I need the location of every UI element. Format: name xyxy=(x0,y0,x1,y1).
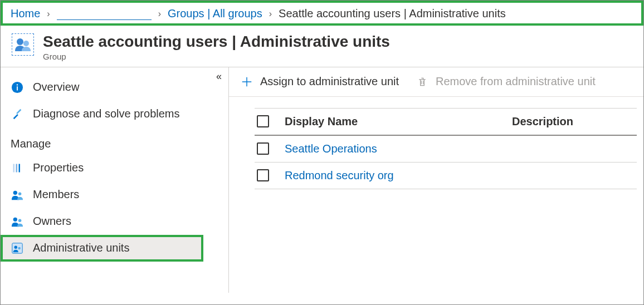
info-icon xyxy=(11,81,24,94)
svg-point-14 xyxy=(18,247,21,250)
svg-rect-6 xyxy=(16,164,18,172)
svg-rect-7 xyxy=(19,164,21,172)
chevron-right-icon: › xyxy=(158,9,161,19)
row-link[interactable]: Redmond security org xyxy=(285,169,394,181)
column-display-name[interactable]: Display Name xyxy=(285,115,512,128)
breadcrumb-groups[interactable]: Groups | All groups xyxy=(168,7,262,20)
svg-point-9 xyxy=(18,192,22,195)
sidebar: « Overview Diagnose and solve problems M… xyxy=(1,67,229,293)
nav-section-manage: Manage xyxy=(1,127,228,155)
breadcrumb-redacted[interactable] xyxy=(57,8,152,20)
svg-point-1 xyxy=(23,41,29,46)
nav-label: Diagnose and solve problems xyxy=(33,107,180,120)
collapse-sidebar-icon[interactable]: « xyxy=(216,71,222,82)
column-description[interactable]: Description xyxy=(512,115,635,128)
content-pane: Assign to administrative unit Remove fro… xyxy=(229,67,643,293)
properties-icon xyxy=(11,161,24,175)
page-subtitle: Group xyxy=(43,52,390,61)
nav-members[interactable]: Members xyxy=(1,181,228,208)
nav-label: Administrative units xyxy=(33,242,129,254)
svg-rect-5 xyxy=(13,164,15,172)
svg-point-4 xyxy=(17,84,18,85)
table-header: Display Name Description xyxy=(255,108,637,136)
owners-icon xyxy=(11,215,24,228)
toolbar-label: Remove from administrative unit xyxy=(436,75,596,88)
svg-point-0 xyxy=(17,38,23,45)
assign-admin-unit-button[interactable]: Assign to administrative unit xyxy=(240,75,399,88)
nav-label: Members xyxy=(33,188,79,201)
nav-overview[interactable]: Overview xyxy=(1,74,228,101)
svg-point-13 xyxy=(14,245,18,249)
breadcrumb: Home › › Groups | All groups › Seattle a… xyxy=(1,1,643,26)
admin-units-icon xyxy=(11,242,24,255)
toolbar-label: Assign to administrative unit xyxy=(260,75,399,88)
breadcrumb-current: Seattle accounting users | Administrativ… xyxy=(279,7,506,20)
select-all-checkbox[interactable] xyxy=(257,115,269,127)
page-header: Seattle accounting users | Administrativ… xyxy=(1,26,643,67)
nav-owners[interactable]: Owners xyxy=(1,208,228,235)
trash-icon xyxy=(416,75,429,88)
members-icon xyxy=(11,188,24,201)
page-title: Seattle accounting users | Administrativ… xyxy=(43,33,390,51)
admin-units-table: Display Name Description Seattle Operati… xyxy=(229,97,643,189)
nav-administrative-units[interactable]: Administrative units xyxy=(1,235,203,262)
nav-label: Overview xyxy=(33,81,79,94)
chevron-right-icon: › xyxy=(47,9,50,19)
remove-admin-unit-button: Remove from administrative unit xyxy=(416,75,596,88)
nav-diagnose[interactable]: Diagnose and solve problems xyxy=(1,101,228,127)
svg-point-8 xyxy=(13,190,17,194)
nav-label: Owners xyxy=(33,215,71,228)
nav-label: Properties xyxy=(33,161,84,174)
toolbar: Assign to administrative unit Remove fro… xyxy=(229,67,643,97)
group-icon xyxy=(12,33,34,56)
svg-rect-3 xyxy=(17,86,18,90)
row-link[interactable]: Seattle Operations xyxy=(285,142,377,155)
svg-point-11 xyxy=(18,219,22,222)
tools-icon xyxy=(11,107,24,121)
table-row[interactable]: Seattle Operations xyxy=(255,136,637,163)
chevron-right-icon: › xyxy=(269,9,272,19)
nav-properties[interactable]: Properties xyxy=(1,155,228,181)
svg-point-10 xyxy=(13,217,17,221)
breadcrumb-home[interactable]: Home xyxy=(11,7,40,20)
table-row[interactable]: Redmond security org xyxy=(255,163,637,189)
plus-icon xyxy=(240,75,253,88)
row-checkbox[interactable] xyxy=(257,169,269,181)
row-checkbox[interactable] xyxy=(257,142,269,155)
